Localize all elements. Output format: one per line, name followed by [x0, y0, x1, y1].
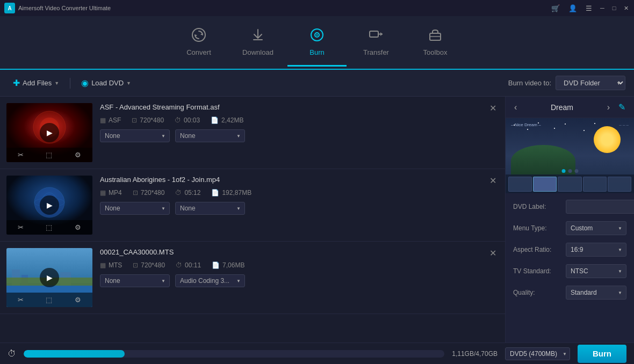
- aspect-ratio-select-wrapper: 16:9 4:3: [566, 243, 626, 257]
- aspect-ratio-row: Aspect Ratio: 16:9 4:3: [513, 243, 626, 257]
- user-icon[interactable]: 👤: [566, 3, 579, 13]
- nav-burn[interactable]: Burn: [287, 18, 347, 67]
- resolution-value-1: 720*480: [140, 117, 164, 124]
- subtitle-select-2[interactable]: None: [175, 202, 245, 215]
- audio-select-2[interactable]: None: [100, 202, 170, 215]
- duration-value-3: 00:11: [185, 261, 201, 269]
- thumb-controls-3: ✂ ⬚ ⚙: [6, 293, 92, 307]
- file-meta-1: ▦ ASF ⊡ 720*480 ⏱ 00:03 📄 2,42MB: [100, 117, 499, 124]
- progress-bar-container: [24, 350, 444, 358]
- nav-toolbox[interactable]: Toolbox: [406, 18, 465, 67]
- play-button-2[interactable]: ▶: [40, 195, 59, 215]
- burn-to-select-wrapper: DVD Folder ISO File DVD Disc ▼: [556, 76, 625, 90]
- size-1: 📄 2,42MB: [211, 117, 243, 124]
- size-icon-3: 📄: [212, 261, 220, 269]
- close-file-3[interactable]: ✕: [486, 247, 500, 259]
- resolution-3: ⊡ 720*480: [133, 261, 165, 269]
- quality-label: Quality:: [513, 289, 561, 296]
- duration-icon-3: ⏱: [176, 261, 182, 269]
- nav-download-label: Download: [242, 48, 273, 56]
- settings-btn-1[interactable]: ⚙: [71, 150, 84, 160]
- size-value-1: 2,42MB: [221, 117, 243, 124]
- audio-select-1[interactable]: None: [100, 129, 170, 142]
- play-button-1[interactable]: ▶: [40, 123, 59, 142]
- file-meta-2: ▦ MP4 ⊡ 720*480 ⏱ 05:12 📄 192,87MB: [100, 189, 499, 196]
- theme-edit-button[interactable]: ✎: [615, 101, 629, 113]
- resolution-icon-2: ⊡: [133, 189, 138, 196]
- theme-next-button[interactable]: ›: [604, 101, 613, 113]
- theme-prev-button[interactable]: ‹: [511, 101, 520, 113]
- format-1: ▦ ASF: [100, 117, 121, 124]
- add-files-button[interactable]: ✚ Add Files ▼: [9, 76, 63, 90]
- load-dvd-button[interactable]: ◉ Load DVD ▼: [77, 76, 135, 90]
- settings-btn-3[interactable]: ⚙: [71, 295, 84, 305]
- quality-select[interactable]: Standard High Low: [566, 286, 626, 300]
- minimize-button[interactable]: ─: [599, 4, 606, 12]
- tv-standard-row: TV Standard: NTSC PAL: [513, 264, 626, 278]
- nav-download[interactable]: Download: [228, 18, 287, 67]
- file-selects-3: None Audio Coding 3...: [100, 274, 499, 287]
- scissors-btn-2[interactable]: ✂: [15, 222, 27, 232]
- maximize-button[interactable]: □: [610, 4, 618, 12]
- burn-to-section: Burn video to: DVD Folder ISO File DVD D…: [508, 76, 625, 90]
- format-icon-1: ▦: [100, 117, 106, 124]
- dvd-label-input[interactable]: [566, 200, 634, 214]
- theme-title: Dream: [522, 103, 601, 112]
- burn-icon: [309, 27, 325, 45]
- tv-standard-select[interactable]: NTSC PAL: [566, 264, 626, 278]
- clock-icon[interactable]: ⏱: [8, 349, 16, 359]
- dvd-type-select-wrapper: DVD5 (4700MB) DVD9 (8500MB): [505, 347, 570, 360]
- audio-select-3[interactable]: None: [100, 274, 170, 287]
- app-title: Aimersoft Video Converter Ultimate: [18, 5, 111, 11]
- menu-type-select[interactable]: Custom None Template: [566, 221, 626, 235]
- film-cell-5: [608, 177, 631, 192]
- scissors-btn-3[interactable]: ✂: [15, 295, 27, 305]
- close-file-2[interactable]: ✕: [486, 174, 500, 187]
- subtitle-select-1[interactable]: None: [175, 129, 245, 142]
- play-button-3[interactable]: ▶: [40, 268, 59, 287]
- svg-point-6: [316, 34, 318, 36]
- file-name-3: 00021_CAA30000.MTS: [100, 248, 499, 256]
- dvd-type-select[interactable]: DVD5 (4700MB) DVD9 (8500MB): [505, 347, 570, 360]
- file-info-1: ASF - Advanced Streaming Format.asf ▦ AS…: [100, 103, 499, 162]
- star-7: [594, 123, 595, 124]
- settings-btn-2[interactable]: ⚙: [71, 222, 84, 232]
- svg-marker-9: [380, 32, 383, 36]
- file-item-3: ▶ ✂ ⬚ ⚙ 00021_CAA30000.MTS ▦ MTS ⊡ 720*4: [0, 242, 505, 314]
- cart-icon[interactable]: 🛒: [549, 3, 562, 13]
- dream-filmstrip: [506, 174, 634, 193]
- resolution-value-2: 720*480: [141, 189, 165, 196]
- toolbar-divider-1: [70, 78, 70, 89]
- audio-select-wrapper-2: None: [100, 202, 170, 215]
- toolbar: ✚ Add Files ▼ ◉ Load DVD ▼ Burn video to…: [0, 70, 634, 97]
- bottom-bar: ⏱ 1,11GB/4,70GB DVD5 (4700MB) DVD9 (8500…: [0, 343, 634, 364]
- format-2: ▦ MP4: [100, 189, 122, 196]
- close-button[interactable]: ✕: [622, 4, 630, 12]
- right-form: DVD Label: Menu Type: Custom None Templa…: [506, 193, 634, 343]
- size-value-2: 192,87MB: [222, 189, 251, 196]
- close-file-1[interactable]: ✕: [486, 102, 500, 114]
- svg-point-0: [192, 28, 205, 41]
- file-thumb-3: ▶ ✂ ⬚ ⚙: [6, 248, 92, 307]
- subtitle-select-3[interactable]: Audio Coding 3...: [175, 274, 245, 287]
- nav-convert[interactable]: Convert: [169, 18, 228, 67]
- format-value-1: ASF: [109, 117, 121, 124]
- burn-to-select[interactable]: DVD Folder ISO File DVD Disc: [556, 76, 625, 90]
- dream-theme-preview: – Nice Dream – – – –: [506, 118, 634, 193]
- burn-button[interactable]: Burn: [578, 345, 626, 363]
- crop-btn-3[interactable]: ⬚: [42, 295, 55, 305]
- aspect-ratio-select[interactable]: 16:9 4:3: [566, 243, 626, 257]
- nav-toolbox-label: Toolbox: [423, 48, 448, 56]
- nav-transfer[interactable]: Transfer: [347, 18, 406, 67]
- scissors-btn-1[interactable]: ✂: [15, 150, 27, 160]
- dream-dashes: – – –: [619, 122, 629, 127]
- thumb-controls-2: ✂ ⬚ ⚙: [6, 220, 92, 235]
- film-cell-1: [508, 177, 532, 192]
- size-value-3: 7,06MB: [222, 261, 244, 269]
- crop-btn-1[interactable]: ⬚: [42, 150, 55, 160]
- file-name-1: ASF - Advanced Streaming Format.asf: [100, 103, 499, 111]
- crop-btn-2[interactable]: ⬚: [42, 222, 55, 232]
- menu-icon[interactable]: ☰: [583, 3, 594, 13]
- tv-standard-select-wrapper: NTSC PAL: [566, 264, 626, 278]
- resolution-icon-3: ⊡: [133, 261, 138, 269]
